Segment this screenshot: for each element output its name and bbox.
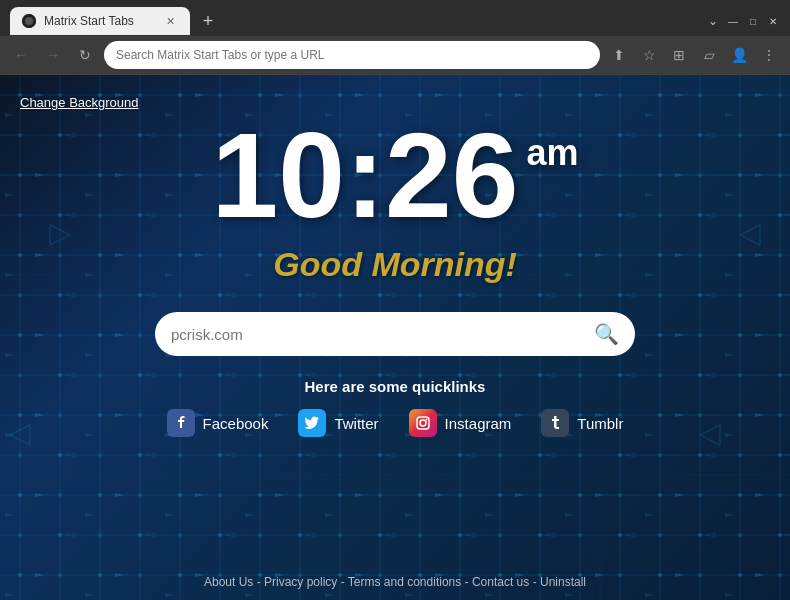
forward-button[interactable]: → [40,42,66,68]
bookmark-icon[interactable]: ☆ [636,42,662,68]
quicklink-twitter[interactable]: Twitter [298,409,378,437]
quicklink-instagram[interactable]: Instagram [409,409,512,437]
footer-privacy-link[interactable]: Privacy policy [264,575,337,589]
time-value: 10:26 [212,115,519,235]
time-display: 10:26 am [212,115,579,235]
facebook-label: Facebook [203,415,269,432]
quicklinks-label: Here are some quicklinks [305,378,486,395]
back-button[interactable]: ← [8,42,34,68]
address-input[interactable] [116,48,588,62]
svg-point-25 [420,420,426,426]
footer-links: About Us - Privacy policy - Terms and co… [0,575,790,589]
tab-title: Matrix Start Tabs [44,14,154,28]
page-overlay: Change Background 10:26 am Good Morning!… [0,75,790,600]
minimize-button[interactable]: — [726,14,740,28]
split-view-icon[interactable]: ▱ [696,42,722,68]
menu-icon[interactable]: ⋮ [756,42,782,68]
instagram-icon [409,409,437,437]
footer-terms-link[interactable]: Terms and conditions [348,575,461,589]
tab-favicon [22,14,36,28]
new-tab-button[interactable]: + [194,7,222,35]
search-container: 🔍 [155,312,635,356]
footer-sep-4: - [533,575,540,589]
extensions-icon[interactable]: ⊞ [666,42,692,68]
close-button[interactable]: ✕ [766,14,780,28]
restore-button[interactable]: □ [746,14,760,28]
instagram-label: Instagram [445,415,512,432]
tumblr-label: Tumblr [577,415,623,432]
share-icon[interactable]: ⬆ [606,42,632,68]
collapse-button[interactable]: ⌄ [706,14,720,28]
address-bar[interactable] [104,41,600,69]
twitter-icon [298,409,326,437]
twitter-label: Twitter [334,415,378,432]
quicklink-tumblr[interactable]: Tumblr [541,409,623,437]
svg-point-1 [25,17,33,25]
greeting-text: Good Morning! [273,245,517,284]
window-controls: ⌄ — □ ✕ [706,14,780,28]
svg-point-26 [425,419,427,421]
active-tab[interactable]: Matrix Start Tabs ✕ [10,7,190,35]
footer-about-link[interactable]: About Us [204,575,253,589]
profile-icon[interactable]: 👤 [726,42,752,68]
change-background-link[interactable]: Change Background [20,95,139,110]
page-content: Change Background 10:26 am Good Morning!… [0,75,790,600]
footer-sep-1: - [257,575,264,589]
search-icon[interactable]: 🔍 [594,322,619,346]
toolbar: ← → ↻ ⬆ ☆ ⊞ ▱ 👤 ⋮ [0,36,790,74]
search-input[interactable] [171,326,586,343]
footer-contact-link[interactable]: Contact us [472,575,529,589]
tab-area: Matrix Start Tabs ✕ + [10,7,706,35]
browser-chrome: Matrix Start Tabs ✕ + ⌄ — □ ✕ ← → ↻ ⬆ ☆ … [0,0,790,75]
reload-button[interactable]: ↻ [72,42,98,68]
title-bar: Matrix Start Tabs ✕ + ⌄ — □ ✕ [0,0,790,36]
footer-sep-3: - [465,575,472,589]
quicklinks-row: Facebook Twitter [167,409,624,437]
toolbar-icons: ⬆ ☆ ⊞ ▱ 👤 ⋮ [606,42,782,68]
quicklink-facebook[interactable]: Facebook [167,409,269,437]
time-ampm: am [526,135,578,171]
footer-sep-2: - [341,575,348,589]
footer-uninstall-link[interactable]: Uninstall [540,575,586,589]
tab-close-button[interactable]: ✕ [162,13,178,29]
facebook-icon [167,409,195,437]
tumblr-icon [541,409,569,437]
